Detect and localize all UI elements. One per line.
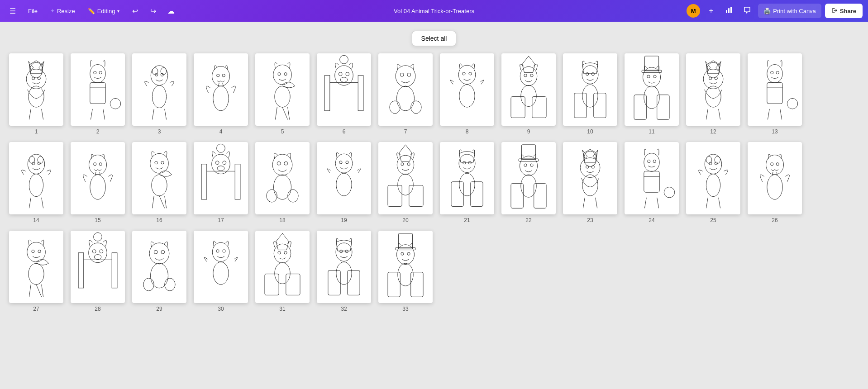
page-item[interactable]: 22 (501, 142, 556, 223)
svg-point-158 (161, 250, 165, 254)
page-item[interactable]: 8 (440, 53, 494, 135)
page-thumbnail[interactable] (255, 142, 310, 214)
svg-point-79 (29, 174, 43, 197)
page-item[interactable]: 12 (686, 53, 740, 135)
page-item[interactable]: 24 (625, 142, 679, 223)
page-item[interactable]: 32 (317, 231, 371, 312)
page-item[interactable]: 3 (132, 53, 186, 135)
share-button[interactable]: Share (825, 4, 863, 18)
page-number: 19 (341, 217, 347, 223)
comment-button[interactable] (740, 4, 754, 18)
svg-rect-179 (398, 233, 412, 248)
page-thumbnail[interactable] (501, 53, 556, 126)
svg-rect-57 (644, 56, 658, 71)
page-thumbnail[interactable] (440, 142, 494, 214)
page-item[interactable]: 17 (194, 142, 248, 223)
comment-icon (744, 6, 751, 15)
page-item[interactable]: 7 (378, 53, 433, 135)
page-item[interactable]: 2 (71, 53, 125, 135)
analytics-button[interactable] (722, 4, 736, 18)
page-thumbnail[interactable] (317, 231, 371, 303)
select-all-button[interactable]: Select all (412, 31, 457, 46)
page-thumbnail[interactable] (625, 142, 679, 214)
page-thumbnail[interactable] (194, 53, 248, 126)
page-item[interactable]: 5 (255, 53, 310, 135)
undo-button[interactable]: ↩ (128, 4, 142, 18)
file-menu-button[interactable]: File (24, 4, 42, 18)
page-thumbnail[interactable] (440, 53, 494, 126)
page-thumbnail[interactable] (563, 53, 617, 126)
page-number: 15 (95, 217, 100, 223)
svg-point-167 (278, 251, 281, 254)
menu-button[interactable]: ☰ (5, 4, 20, 18)
page-thumbnail[interactable] (255, 53, 310, 126)
svg-point-172 (336, 243, 352, 261)
print-button[interactable]: 🖨️ Print with Canva (758, 4, 821, 18)
svg-rect-72 (767, 82, 782, 104)
editing-button[interactable]: ✏️ Editing ▾ (83, 4, 124, 18)
page-item[interactable]: 25 (686, 142, 740, 223)
page-item[interactable]: 29 (132, 231, 186, 312)
add-page-button[interactable]: + (704, 4, 718, 18)
page-thumbnail[interactable] (132, 142, 186, 214)
page-thumbnail[interactable] (748, 53, 802, 126)
page-item[interactable]: 31 (255, 231, 310, 312)
redo-button[interactable]: ↪ (146, 4, 160, 18)
resize-button[interactable]: ✦ Resize (46, 4, 80, 18)
page-item[interactable]: 10 (563, 53, 617, 135)
page-thumbnail[interactable] (9, 142, 63, 214)
page-item[interactable]: 15 (71, 142, 125, 223)
svg-point-36 (407, 73, 411, 76)
page-item[interactable]: 26 (748, 142, 802, 223)
page-thumbnail[interactable] (71, 142, 125, 214)
page-number: 20 (402, 217, 408, 223)
page-thumbnail[interactable] (71, 231, 125, 303)
svg-point-159 (143, 278, 154, 291)
page-thumbnail[interactable] (255, 231, 310, 303)
page-item[interactable]: 33 (378, 231, 433, 312)
page-thumbnail[interactable] (71, 53, 125, 126)
page-thumbnail[interactable] (317, 53, 371, 126)
svg-rect-184 (388, 272, 400, 297)
page-thumbnail[interactable] (686, 142, 740, 214)
page-thumbnail[interactable] (194, 142, 248, 214)
save-cloud-button[interactable]: ☁ (164, 4, 178, 18)
svg-rect-31 (324, 76, 330, 111)
page-thumbnail[interactable] (194, 231, 248, 303)
page-thumbnail[interactable] (132, 53, 186, 126)
page-item[interactable]: 23 (563, 142, 617, 223)
page-thumbnail[interactable] (686, 53, 740, 126)
page-thumbnail[interactable] (748, 142, 802, 214)
page-item[interactable]: 18 (255, 142, 310, 223)
svg-point-30 (340, 77, 348, 82)
page-thumbnail[interactable] (625, 53, 679, 126)
page-item[interactable]: 11 (625, 53, 679, 135)
page-item[interactable]: 14 (9, 142, 63, 223)
page-item[interactable]: 28 (71, 231, 125, 312)
page-thumbnail[interactable] (378, 231, 433, 303)
page-item[interactable]: 27 (9, 231, 63, 312)
page-item[interactable]: 6 (317, 53, 371, 135)
page-item[interactable]: 4 (194, 53, 248, 135)
page-item[interactable]: 19 (317, 142, 371, 223)
svg-point-131 (648, 160, 650, 162)
page-item[interactable]: 13 (748, 53, 802, 135)
page-item[interactable]: 9 (501, 53, 556, 135)
page-item[interactable]: 1 (9, 53, 63, 135)
page-number: 29 (156, 306, 162, 312)
page-thumbnail[interactable] (378, 142, 433, 214)
page-thumbnail[interactable] (9, 231, 63, 303)
page-thumbnail[interactable] (563, 142, 617, 214)
page-thumbnail[interactable] (317, 142, 371, 214)
svg-point-156 (149, 243, 169, 264)
page-thumbnail[interactable] (501, 142, 556, 214)
svg-point-143 (776, 163, 779, 166)
page-item[interactable]: 21 (440, 142, 494, 223)
page-thumbnail[interactable] (132, 231, 186, 303)
page-item[interactable]: 16 (132, 142, 186, 223)
avatar[interactable]: M (687, 4, 700, 18)
page-thumbnail[interactable] (378, 53, 433, 126)
page-item[interactable]: 30 (194, 231, 248, 312)
page-item[interactable]: 20 (378, 142, 433, 223)
page-thumbnail[interactable] (9, 53, 63, 126)
